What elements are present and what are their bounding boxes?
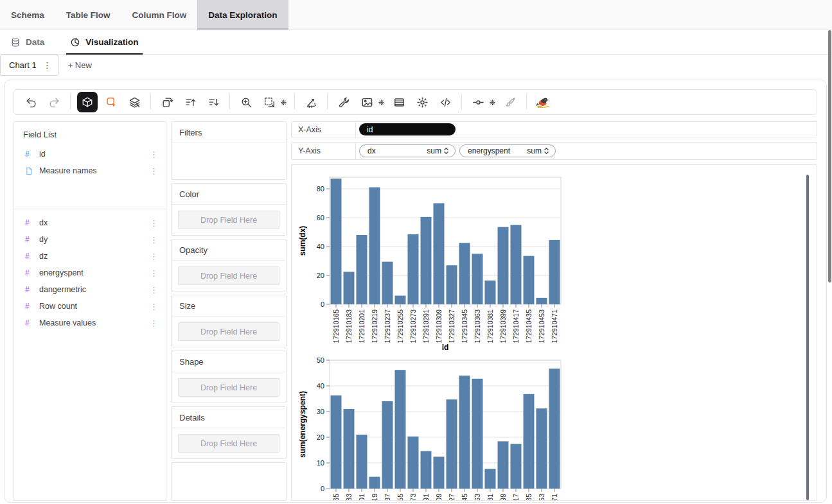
stack-button[interactable] bbox=[125, 92, 144, 112]
subtab-data[interactable]: Data bbox=[6, 30, 48, 54]
field-menu-icon[interactable]: ⋮ bbox=[150, 286, 158, 294]
limit-options-button[interactable] bbox=[487, 92, 497, 112]
tools-button[interactable] bbox=[334, 92, 353, 112]
transpose-button[interactable] bbox=[157, 92, 177, 112]
sort-ascending-icon bbox=[184, 96, 197, 109]
assistant-icon bbox=[536, 95, 550, 109]
size-dropzone[interactable]: Drop Field Here bbox=[178, 322, 279, 341]
chart-scrollbar[interactable] bbox=[806, 175, 809, 500]
filters-dropzone[interactable] bbox=[172, 143, 286, 179]
field-item-measure-values[interactable]: #Measure values⋮ bbox=[14, 315, 166, 331]
y-tick-label: 10 bbox=[317, 459, 324, 467]
x-axis-pill-id[interactable]: id bbox=[359, 123, 456, 135]
field-menu-icon[interactable]: ⋮ bbox=[150, 252, 158, 261]
opacity-section: OpacityDrop Field Here bbox=[171, 239, 287, 291]
field-menu-icon[interactable]: ⋮ bbox=[150, 236, 158, 244]
x-tick-label: 172910165 bbox=[332, 309, 340, 343]
limit-button[interactable] bbox=[468, 92, 488, 112]
hash-icon: # bbox=[25, 235, 36, 244]
assistant-button[interactable] bbox=[533, 92, 553, 112]
tab-data-exploration[interactable]: Data Exploration bbox=[197, 0, 288, 30]
x-tick-label: 172910219 bbox=[371, 309, 378, 343]
y-tick-label: 40 bbox=[317, 382, 324, 390]
x-axis-label: X-Axis bbox=[292, 122, 356, 137]
y-axis-row: Y-Axis dxsumenergyspentsum bbox=[291, 142, 817, 160]
subtab-label: Data bbox=[26, 37, 44, 47]
size-section: SizeDrop Field Here bbox=[171, 295, 287, 347]
export-table-button[interactable] bbox=[389, 92, 409, 112]
chart-tab-current[interactable]: Chart 1 ⋮ bbox=[0, 55, 58, 76]
pie-chart-icon bbox=[70, 37, 80, 48]
undo-button[interactable] bbox=[21, 92, 40, 112]
painter-button[interactable] bbox=[500, 92, 520, 112]
aggregation-button[interactable] bbox=[102, 92, 121, 112]
y-axis-pill-dx[interactable]: dxsum bbox=[359, 144, 456, 157]
opacity-dropzone[interactable]: Drop Field Here bbox=[178, 266, 279, 285]
hash-icon: # bbox=[25, 150, 36, 159]
bar bbox=[524, 256, 535, 304]
field-menu-icon[interactable]: ⋮ bbox=[150, 269, 158, 277]
bar bbox=[485, 281, 496, 304]
x-tick-label: 172910165 bbox=[332, 494, 340, 501]
hash-icon: # bbox=[25, 218, 36, 227]
field-item-dangermetric[interactable]: #dangermetric⋮ bbox=[14, 281, 166, 298]
field-item-dy[interactable]: #dy⋮ bbox=[14, 231, 166, 248]
field-item-dx[interactable]: #dx⋮ bbox=[14, 214, 166, 231]
chart-tab-row: Chart 1 ⋮ + New bbox=[0, 55, 832, 76]
chevron-updown-icon[interactable] bbox=[544, 147, 549, 155]
sort-ascending-button[interactable] bbox=[181, 92, 200, 112]
x-tick-label: 172910417 bbox=[512, 309, 520, 343]
y-axis-pill-energyspent[interactable]: energyspentsum bbox=[459, 144, 556, 157]
x-tick-label: 172910381 bbox=[486, 494, 494, 501]
details-dropzone[interactable]: Drop Field Here bbox=[178, 434, 279, 453]
field-menu-icon[interactable]: ⋮ bbox=[150, 219, 158, 227]
page-scrollbar[interactable] bbox=[828, 30, 831, 282]
mark-type-button[interactable] bbox=[77, 92, 98, 112]
hash-icon: # bbox=[25, 285, 36, 294]
export-image-options-button[interactable] bbox=[376, 92, 386, 112]
field-menu-icon[interactable]: ⋮ bbox=[150, 167, 158, 175]
field-item-id[interactable]: #id⋮ bbox=[14, 146, 166, 162]
bar bbox=[369, 187, 380, 304]
export-image-button[interactable] bbox=[357, 92, 376, 112]
sort-descending-button[interactable] bbox=[204, 92, 223, 112]
resize-options-button[interactable] bbox=[278, 92, 288, 112]
tab-table-flow[interactable]: Table Flow bbox=[55, 0, 121, 30]
y-tick-label: 30 bbox=[317, 408, 324, 415]
export-code-button[interactable] bbox=[436, 92, 455, 112]
settings-button[interactable] bbox=[412, 92, 432, 112]
field-menu-icon[interactable]: ⋮ bbox=[150, 150, 158, 159]
field-item-energyspent[interactable]: #energyspent⋮ bbox=[14, 265, 166, 281]
field-item-dz[interactable]: #dz⋮ bbox=[14, 248, 166, 265]
sort-descending-icon bbox=[208, 96, 220, 109]
tab-column-flow[interactable]: Column Flow bbox=[121, 0, 198, 30]
field-item-row-count[interactable]: #Row count⋮ bbox=[14, 298, 166, 315]
axes-resize-button[interactable] bbox=[301, 92, 321, 112]
bar bbox=[331, 395, 342, 489]
resize-button[interactable] bbox=[260, 92, 279, 112]
subtab-visualization[interactable]: Visualization bbox=[66, 30, 142, 54]
chevron-updown-icon[interactable] bbox=[443, 147, 449, 155]
painter-icon bbox=[504, 96, 517, 109]
y-tick-label: 60 bbox=[317, 214, 324, 222]
tab-schema[interactable]: Schema bbox=[0, 0, 55, 30]
details-section: DetailsDrop Field Here bbox=[171, 406, 287, 459]
x-tick-label: 172910273 bbox=[409, 309, 417, 343]
field-menu-icon[interactable]: ⋮ bbox=[150, 302, 158, 311]
bar bbox=[434, 456, 445, 489]
shape-dropzone[interactable]: Drop Field Here bbox=[178, 378, 279, 397]
x-tick-label: 172910183 bbox=[345, 309, 353, 343]
y-tick-label: 20 bbox=[317, 272, 324, 279]
redo-button[interactable] bbox=[44, 92, 64, 112]
new-chart-button[interactable]: + New bbox=[58, 55, 102, 76]
tools-icon bbox=[338, 96, 350, 109]
x-tick-label: 172910291 bbox=[422, 309, 430, 343]
color-dropzone[interactable]: Drop Field Here bbox=[178, 211, 279, 229]
field-menu-icon[interactable]: ⋮ bbox=[150, 319, 158, 327]
field-item-measure-names[interactable]: Measure names⋮ bbox=[14, 162, 166, 179]
zoom-button[interactable] bbox=[236, 92, 256, 112]
x-tick-label: 172910453 bbox=[538, 494, 545, 501]
chart-tab-menu-icon[interactable]: ⋮ bbox=[43, 61, 51, 69]
x-tick-label: 172910399 bbox=[499, 494, 507, 501]
hash-icon: # bbox=[25, 268, 36, 277]
